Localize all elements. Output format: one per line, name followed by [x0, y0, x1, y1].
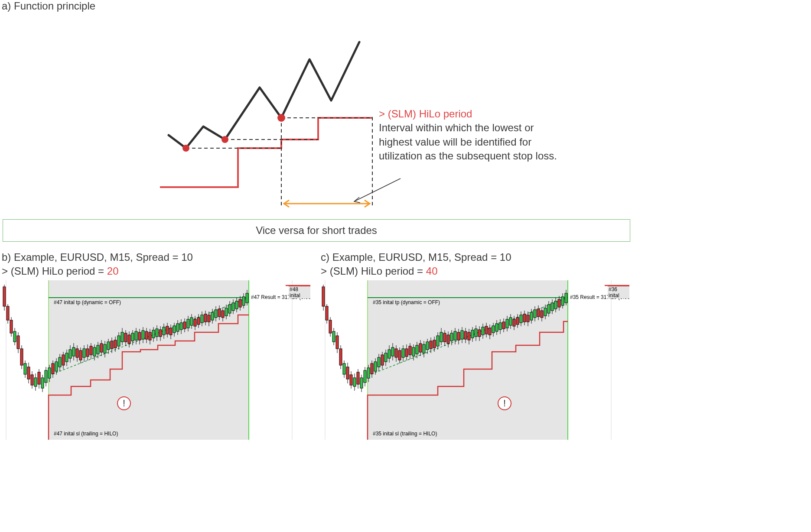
svg-rect-243 — [443, 333, 446, 342]
svg-point-6 — [221, 136, 228, 143]
svg-rect-221 — [405, 349, 408, 357]
svg-rect-55 — [62, 355, 65, 365]
svg-rect-91 — [124, 333, 127, 342]
chart-c-svg — [321, 280, 629, 440]
svg-point-7 — [277, 114, 285, 122]
svg-rect-117 — [169, 328, 172, 335]
svg-rect-35 — [27, 367, 30, 379]
svg-rect-237 — [433, 340, 436, 348]
svg-rect-297 — [537, 309, 540, 317]
svg-rect-203 — [374, 362, 377, 371]
svg-rect-79 — [104, 344, 106, 353]
svg-rect-129 — [190, 318, 193, 325]
svg-rect-162 — [321, 280, 368, 440]
svg-rect-289 — [523, 314, 526, 322]
next-initial-c: #36 inital — [608, 285, 629, 298]
svg-rect-105 — [149, 332, 151, 340]
exclaim-icon: ! — [117, 396, 131, 410]
svg-rect-71 — [90, 346, 92, 355]
svg-rect-201 — [371, 363, 373, 374]
svg-rect-293 — [530, 312, 533, 320]
svg-rect-149 — [225, 308, 228, 316]
svg-rect-121 — [176, 324, 179, 331]
svg-rect-215 — [395, 349, 397, 357]
principle-diagram-area: > (SLM) HiLo period Interval within whic… — [2, 14, 633, 217]
svg-rect-69 — [86, 349, 89, 357]
svg-rect-155 — [235, 301, 238, 309]
svg-rect-109 — [156, 329, 158, 337]
svg-rect-37 — [31, 375, 33, 385]
exclaim-icon: ! — [498, 396, 511, 410]
svg-rect-153 — [232, 303, 235, 311]
svg-rect-61 — [72, 347, 75, 356]
svg-rect-277 — [502, 322, 505, 329]
svg-rect-63 — [76, 349, 78, 357]
svg-rect-151 — [228, 305, 231, 313]
svg-rect-241 — [440, 332, 443, 342]
next-initial-b: #48 inital — [289, 285, 310, 298]
svg-rect-137 — [204, 314, 207, 322]
svg-rect-27 — [13, 331, 16, 342]
svg-rect-309 — [558, 299, 560, 307]
svg-rect-213 — [391, 347, 394, 356]
svg-rect-107 — [152, 330, 155, 338]
svg-rect-239 — [436, 336, 439, 346]
svg-rect-141 — [211, 312, 214, 320]
svg-rect-195 — [360, 378, 363, 388]
svg-rect-231 — [423, 344, 425, 353]
sl-label-c: #35 inital sl (trailing = HILO) — [373, 431, 437, 437]
section-c-title: c) Example, EURUSD, M15, Spread = 10 > (… — [321, 250, 629, 279]
svg-rect-181 — [336, 336, 339, 349]
svg-rect-29 — [17, 336, 20, 349]
chart-c: #35 inital tp (dynamic = OFF) #35 inital… — [321, 279, 629, 440]
svg-rect-285 — [516, 318, 519, 324]
svg-rect-103 — [145, 331, 148, 339]
svg-rect-217 — [398, 350, 401, 360]
tp-label-c: #35 inital tp (dynamic = OFF) — [373, 299, 440, 305]
svg-rect-133 — [197, 318, 200, 324]
svg-rect-183 — [339, 349, 342, 365]
svg-rect-279 — [506, 319, 508, 328]
svg-rect-95 — [131, 333, 134, 341]
svg-rect-271 — [492, 326, 495, 333]
svg-rect-229 — [419, 344, 422, 352]
svg-rect-283 — [513, 319, 515, 326]
svg-rect-89 — [121, 332, 124, 342]
svg-rect-131 — [194, 319, 196, 326]
svg-rect-53 — [59, 357, 61, 367]
svg-rect-81 — [107, 342, 110, 350]
svg-rect-123 — [180, 323, 182, 330]
svg-rect-75 — [97, 345, 99, 354]
section-a-title: a) Function principle — [2, 0, 633, 12]
section-b-title: b) Example, EURUSD, M15, Spread = 10 > (… — [2, 250, 310, 279]
svg-rect-175 — [326, 306, 328, 320]
svg-rect-193 — [357, 372, 359, 384]
svg-rect-251 — [457, 332, 460, 340]
svg-rect-45 — [45, 370, 47, 383]
svg-rect-127 — [187, 319, 189, 328]
svg-rect-255 — [464, 331, 467, 339]
svg-rect-93 — [128, 335, 130, 344]
annotation-title: > (SLM) HiLo period — [379, 107, 561, 121]
svg-rect-307 — [554, 301, 557, 309]
svg-rect-157 — [239, 299, 241, 307]
svg-rect-189 — [350, 375, 352, 385]
svg-rect-301 — [544, 308, 547, 316]
svg-rect-211 — [388, 350, 391, 358]
svg-rect-23 — [7, 306, 9, 320]
svg-rect-249 — [454, 331, 456, 340]
svg-rect-223 — [409, 346, 411, 355]
svg-rect-143 — [215, 310, 217, 318]
svg-rect-185 — [343, 363, 345, 374]
svg-rect-57 — [65, 353, 68, 362]
svg-rect-39 — [34, 378, 37, 386]
svg-rect-10 — [2, 280, 49, 440]
svg-rect-233 — [426, 342, 429, 350]
svg-rect-187 — [346, 367, 349, 379]
svg-rect-227 — [416, 345, 418, 354]
svg-rect-179 — [332, 331, 335, 342]
svg-rect-147 — [221, 311, 224, 318]
svg-rect-163 — [568, 280, 629, 440]
svg-rect-257 — [468, 332, 470, 340]
svg-rect-225 — [412, 347, 415, 356]
